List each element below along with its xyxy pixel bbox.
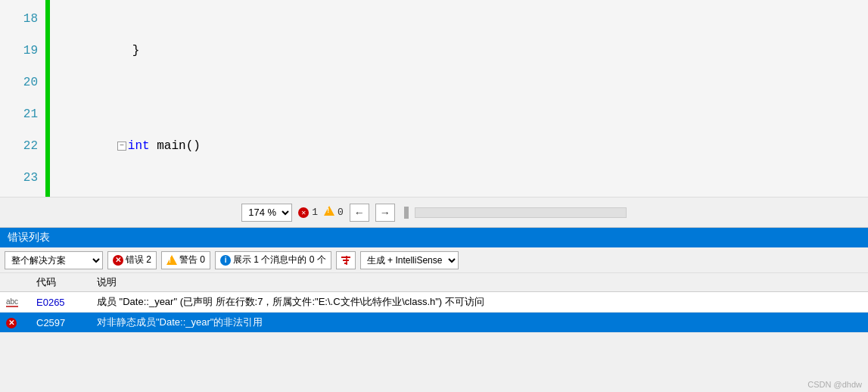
warn-btn-label: 警告 0 — [179, 254, 205, 266]
zoom-select[interactable]: 174 % — [241, 204, 292, 222]
error-code-link-2[interactable]: C2597 — [36, 317, 65, 328]
col-description: 说明 — [91, 273, 868, 292]
code-content: } −int main() { Date::_year = 1; } — [53, 0, 868, 197]
code-editor-area: 18 19 20 21 22 23 } −int main() { Date::… — [0, 0, 868, 197]
error-panel: 错误列表 整个解决方案 ✕ 错误 2 警告 0 i 展示 1 个消息中的 0 个 — [0, 227, 868, 333]
error-row-2-code: C2597 — [30, 313, 91, 333]
filter-icon — [340, 254, 352, 266]
error-circle-row2: ✕ — [6, 318, 17, 328]
code-line-20: { — [59, 194, 868, 197]
col-code: 代码 — [30, 273, 91, 292]
error-btn-label: 错误 2 — [126, 254, 151, 266]
error-row-1-code: E0265 — [30, 292, 91, 313]
info-icon: i — [220, 255, 231, 266]
solution-scope-select[interactable]: 整个解决方案 — [5, 251, 103, 269]
error-count: 1 — [312, 207, 318, 218]
error-indicator: ✕ 1 — [298, 207, 318, 218]
warn-triangle-icon — [324, 206, 334, 216]
warn-count: 0 — [338, 207, 344, 218]
code-line-19: −int main() — [59, 98, 868, 194]
error-row-1-desc: 成员 "Date::_year" (已声明 所在行数:7，所属文件:"E:\.C… — [91, 292, 868, 313]
error-row-2-desc: 对非静态成员"Date::_year"的非法引用 — [91, 313, 868, 333]
error-table-header: 代码 说明 — [0, 273, 868, 292]
scroll-indicator — [404, 207, 409, 219]
abc-squiggle-icon: abc — [6, 297, 18, 307]
warn-indicator: 0 — [324, 206, 344, 219]
warn-btn-icon — [166, 255, 177, 265]
error-panel-title: 错误列表 — [0, 228, 868, 247]
gen-mode-select[interactable]: 生成 + IntelliSense — [360, 251, 459, 269]
error-table: 代码 说明 abc E0265 成员 "Date::_year" (已声明 所在… — [0, 273, 868, 333]
error-row-2-icon: ✕ — [0, 313, 30, 333]
nav-prev-button[interactable]: ← — [350, 204, 369, 222]
horizontal-scrollbar[interactable] — [415, 207, 627, 218]
info-filter-btn[interactable]: i 展示 1 个消息中的 0 个 — [215, 251, 331, 269]
csdn-watermark: CSDN @dhdw — [807, 380, 862, 389]
info-btn-label: 展示 1 个消息中的 0 个 — [233, 254, 326, 266]
error-filter-btn[interactable]: ✕ 错误 2 — [107, 251, 157, 269]
toolbar-area: 174 % ✕ 1 0 ← → — [0, 197, 868, 227]
error-row-1[interactable]: abc E0265 成员 "Date::_year" (已声明 所在行数:7，所… — [0, 292, 868, 313]
col-icon — [0, 273, 30, 292]
error-row-2[interactable]: ✕ C2597 对非静态成员"Date::_year"的非法引用 — [0, 313, 868, 333]
nav-next-button[interactable]: → — [375, 204, 395, 222]
error-btn-icon: ✕ — [113, 255, 123, 266]
line-numbers: 18 19 20 21 22 23 — [0, 0, 45, 197]
green-indicator-bar — [45, 0, 50, 197]
warn-filter-btn[interactable]: 警告 0 — [161, 251, 210, 269]
error-circle-icon: ✕ — [298, 207, 309, 218]
collapse-btn-19[interactable]: − — [117, 142, 126, 151]
error-code-link-1[interactable]: E0265 — [36, 297, 65, 308]
error-row-1-icon: abc — [0, 292, 30, 313]
filter-toggle-button[interactable] — [336, 251, 356, 269]
code-line-18: } — [59, 3, 868, 98]
error-toolbar: 整个解决方案 ✕ 错误 2 警告 0 i 展示 1 个消息中的 0 个 — [0, 247, 868, 273]
